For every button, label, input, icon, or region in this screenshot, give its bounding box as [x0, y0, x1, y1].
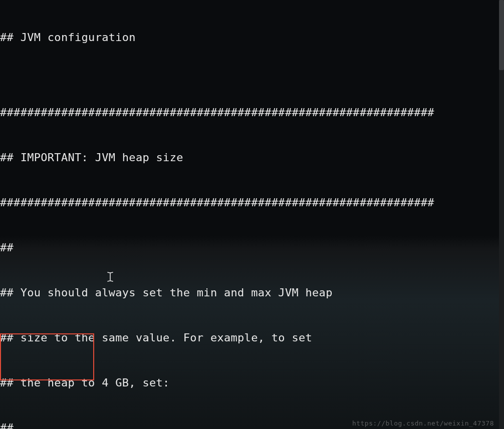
config-line: ## [0, 240, 504, 255]
config-line: ## size to the same value. For example, … [0, 330, 504, 345]
text-cursor-icon [107, 271, 114, 285]
config-line: ########################################… [0, 195, 504, 210]
watermark-text: https://blog.csdn.net/weixin_47378 [352, 419, 494, 427]
config-line: ########################################… [0, 105, 504, 120]
scrollbar-track[interactable] [499, 0, 504, 429]
scrollbar-thumb[interactable] [499, 0, 504, 70]
config-line: ## IMPORTANT: JVM heap size [0, 150, 504, 165]
config-line: ## You should always set the min and max… [0, 285, 504, 300]
config-line: ## JVM configuration [0, 30, 504, 45]
config-line: ## the heap to 4 GB, set: [0, 375, 504, 390]
terminal-editor[interactable]: ## JVM configuration ###################… [0, 0, 504, 429]
